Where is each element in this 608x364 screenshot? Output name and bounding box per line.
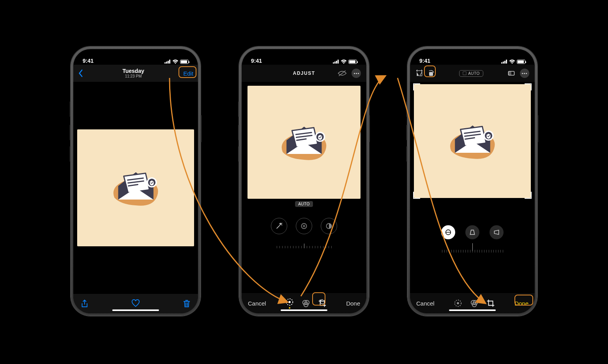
- photo-date: Tuesday: [122, 68, 144, 74]
- status-time: 9:41: [419, 58, 430, 64]
- wifi-icon: [172, 59, 179, 64]
- brilliance-dial[interactable]: [321, 218, 337, 234]
- share-button[interactable]: [80, 299, 89, 308]
- preview-toggle-icon[interactable]: [338, 70, 347, 77]
- crop-handle-tl[interactable]: [413, 83, 420, 90]
- photo-nav-bar: Tuesday 11:23 PM Edit: [73, 65, 198, 82]
- battery-icon: [348, 60, 357, 64]
- svg-rect-16: [508, 71, 511, 75]
- battery-icon: [180, 60, 189, 64]
- svg-rect-13: [429, 72, 433, 76]
- rotation-slider[interactable]: [418, 245, 527, 253]
- crop-handle-tr[interactable]: [525, 83, 532, 90]
- crop-handle-br[interactable]: [525, 192, 532, 199]
- status-time: 9:41: [83, 58, 94, 64]
- crop-canvas[interactable]: [410, 82, 535, 293]
- signal-icon: [501, 60, 507, 64]
- favorite-button[interactable]: [131, 299, 140, 308]
- adjust-nav-bar: ADJUST: [242, 65, 366, 82]
- edit-button[interactable]: Edit: [183, 70, 193, 77]
- photo-content: [414, 84, 531, 198]
- more-button[interactable]: [352, 69, 361, 78]
- svg-rect-14: [463, 72, 466, 75]
- signal-icon: [164, 60, 171, 64]
- photo-time: 11:23 PM: [122, 74, 144, 78]
- horizontal-perspective-dial[interactable]: [490, 225, 504, 239]
- crop-frame[interactable]: [414, 84, 531, 198]
- active-indicator: [289, 307, 290, 309]
- filters-tool[interactable]: [302, 299, 310, 307]
- straighten-dial[interactable]: [441, 225, 455, 239]
- phone-edit-adjust: 9:41 ADJUST: [239, 47, 369, 316]
- done-button[interactable]: Done: [514, 300, 528, 307]
- photo-content: [247, 86, 361, 199]
- wifi-icon: [341, 59, 347, 64]
- aspect-ratio-button[interactable]: [507, 69, 515, 77]
- auto-crop-button[interactable]: AUTO: [459, 70, 483, 77]
- home-indicator[interactable]: [281, 309, 327, 311]
- adjust-title: ADJUST: [293, 71, 315, 76]
- filters-tool[interactable]: [470, 299, 479, 307]
- signal-icon: [333, 60, 339, 64]
- vertical-perspective-dial[interactable]: [465, 225, 479, 239]
- svg-point-20: [457, 302, 460, 304]
- trash-button[interactable]: [182, 299, 191, 308]
- auto-enhance-dial[interactable]: [271, 218, 287, 234]
- adjust-canvas[interactable]: AUTO: [242, 82, 366, 293]
- crop-nav-bar: AUTO: [410, 65, 535, 82]
- exposure-dial[interactable]: [296, 218, 312, 234]
- phone-view-photo: 9:41 Tuesday 11:23 PM Edit: [71, 47, 200, 316]
- more-button[interactable]: [520, 69, 529, 78]
- notch: [104, 49, 167, 60]
- battery-icon: [517, 60, 525, 64]
- crop-tool[interactable]: [486, 299, 495, 307]
- adjust-tool[interactable]: [454, 299, 462, 307]
- adjust-dials: [271, 218, 337, 234]
- home-indicator[interactable]: [449, 309, 496, 311]
- cancel-button[interactable]: Cancel: [416, 300, 435, 307]
- flip-button[interactable]: [415, 69, 423, 77]
- status-time: 9:41: [251, 58, 262, 64]
- rotate-button[interactable]: [427, 69, 435, 77]
- notch: [441, 49, 504, 60]
- done-button[interactable]: Done: [346, 300, 360, 307]
- auto-badge[interactable]: AUTO: [295, 201, 313, 207]
- rotation-dials: [441, 225, 504, 239]
- wifi-icon: [509, 59, 515, 64]
- home-indicator[interactable]: [112, 309, 159, 311]
- svg-point-9: [289, 301, 291, 303]
- phone-edit-crop: 9:41 AUTO: [408, 47, 537, 316]
- photo-canvas[interactable]: [73, 82, 198, 294]
- cancel-button[interactable]: Cancel: [248, 300, 266, 307]
- adjust-tool[interactable]: [285, 298, 294, 309]
- crop-tool[interactable]: [318, 299, 327, 307]
- adjust-slider[interactable]: [251, 241, 357, 248]
- back-button[interactable]: [78, 69, 83, 77]
- notch: [273, 49, 335, 60]
- crop-handle-bl[interactable]: [413, 192, 420, 199]
- photo-content: [77, 129, 194, 246]
